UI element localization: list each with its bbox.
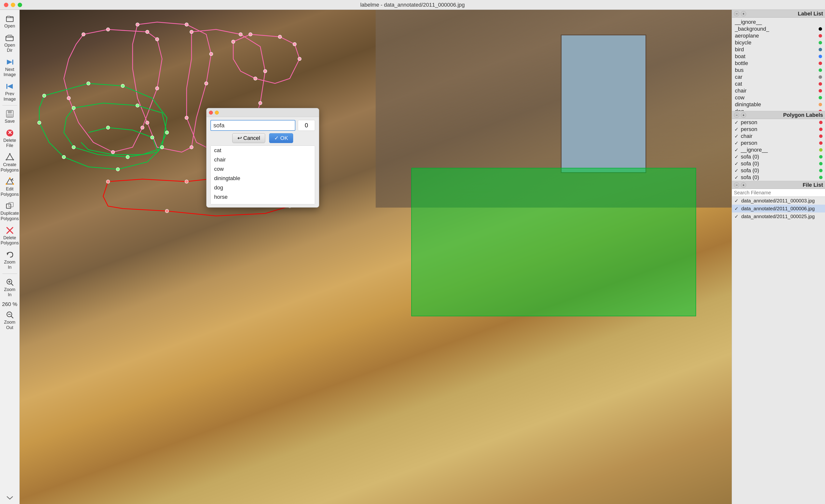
label-dropdown[interactable]: catchaircowdiningtabledoghorsemotorbikep… (210, 146, 315, 204)
dialog-overlay: ↩ Cancel ✓ OK catchaircowdiningtabledogh… (0, 0, 825, 504)
label-dialog: ↩ Cancel ✓ OK catchaircowdiningtabledogh… (206, 108, 319, 207)
dialog-titlebar (207, 108, 319, 117)
dropdown-item[interactable]: dog (211, 183, 315, 192)
dialog-btn-row: ↩ Cancel ✓ OK (210, 133, 315, 143)
dropdown-item[interactable]: cat (211, 146, 315, 155)
dropdown-item[interactable]: diningtable (211, 174, 315, 183)
dropdown-item[interactable]: motorbike (211, 202, 315, 204)
dialog-min-button[interactable] (215, 111, 219, 114)
cancel-icon: ↩ (237, 135, 242, 141)
ok-icon: ✓ (274, 135, 279, 141)
dropdown-item[interactable]: horse (211, 192, 315, 202)
ok-button[interactable]: ✓ OK (269, 133, 293, 143)
dropdown-item[interactable]: cow (211, 164, 315, 174)
dropdown-item[interactable]: chair (211, 155, 315, 164)
cancel-label: Cancel (243, 135, 260, 141)
cancel-button[interactable]: ↩ Cancel (232, 133, 265, 143)
ok-label: OK (280, 135, 288, 141)
dialog-close-button[interactable] (209, 111, 213, 114)
dialog-input-row (210, 120, 315, 131)
label-num-input[interactable] (298, 120, 315, 131)
label-text-input[interactable] (210, 120, 295, 131)
dialog-body: ↩ Cancel ✓ OK catchaircowdiningtabledogh… (207, 117, 319, 207)
